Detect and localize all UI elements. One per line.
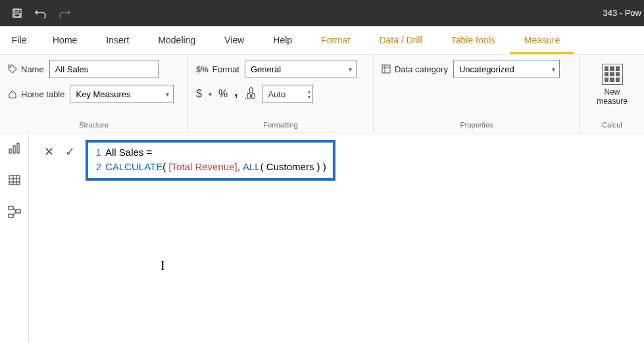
chevron-down-icon: ▾: [552, 66, 555, 73]
ribbon-group-properties: Data category Uncategorized ▾ Properties: [374, 55, 580, 133]
tab-home[interactable]: Home: [38, 26, 91, 54]
name-label-text: Name: [21, 64, 44, 74]
new-measure-button[interactable]: New measure: [591, 60, 633, 106]
ribbon-content: Name Home table Key Measures ▾ Structure: [0, 55, 644, 133]
tab-table-tools[interactable]: Table tools: [437, 26, 510, 54]
save-icon[interactable]: [5, 1, 29, 25]
dax-column: [Total Revenue]: [168, 160, 237, 174]
home-table-dropdown[interactable]: Key Measures ▾: [70, 85, 174, 103]
svg-rect-4: [382, 65, 390, 73]
tab-file[interactable]: File: [0, 26, 38, 54]
args: ( Customers ): [260, 160, 323, 174]
formula-editor[interactable]: 1 All Sales = 2 CALCULATE( [Total Revenu…: [86, 140, 335, 181]
formula-line-1: 1 All Sales =: [92, 145, 326, 160]
line-number: 1: [92, 145, 101, 160]
formatting-group-label: Formatting: [196, 118, 365, 133]
svg-rect-8: [13, 146, 15, 153]
data-view-icon[interactable]: [8, 174, 21, 189]
svg-rect-16: [16, 210, 20, 213]
formula-line-2: 2 CALCULATE( [Total Revenue], ALL( Custo…: [92, 160, 326, 174]
qat: [5, 1, 76, 25]
formula-actions: ✕ ✓: [39, 140, 79, 161]
home-table-label-text: Home table: [21, 89, 64, 99]
home-table-label: Home table: [8, 89, 64, 99]
main-area: Sh ✕ ✓ 1 All Sales = 2 CALCULATE( [Total…: [0, 133, 644, 343]
data-category-label: Data category: [382, 64, 448, 74]
tab-help[interactable]: Help: [259, 26, 307, 54]
line-number: 2: [92, 160, 101, 174]
calculations-group-label: Calcul: [588, 118, 636, 133]
svg-point-3: [10, 66, 11, 68]
ribbon-tabs: File Home Insert Modeling View Help Form…: [0, 26, 644, 55]
formula-text: All Sales =: [105, 145, 152, 160]
titlebar: 343 - Pow: [0, 0, 644, 26]
decimals-spinner[interactable]: Auto ▲▼: [262, 85, 313, 103]
spinner-buttons[interactable]: ▲▼: [307, 89, 311, 99]
home-table-value: Key Measures: [76, 89, 130, 99]
tab-view[interactable]: View: [210, 26, 259, 54]
format-label: $% Format: [196, 64, 239, 74]
format-dropdown[interactable]: General ▾: [245, 60, 357, 78]
tab-insert[interactable]: Insert: [91, 26, 143, 54]
new-measure-line2: measure: [597, 97, 628, 106]
svg-rect-1: [14, 9, 18, 12]
cancel-formula-button[interactable]: ✕: [39, 143, 58, 161]
format-label-text: Format: [212, 64, 239, 74]
svg-line-19: [13, 212, 16, 216]
svg-rect-15: [9, 206, 13, 210]
name-label: Name: [8, 64, 44, 74]
data-category-label-text: Data category: [395, 64, 448, 74]
percent-button[interactable]: %: [218, 88, 228, 100]
tag-icon: [8, 64, 17, 74]
paren: ): [323, 160, 326, 174]
currency-button[interactable]: $: [196, 88, 202, 100]
svg-rect-7: [9, 149, 11, 153]
data-category-value: Uncategorized: [459, 64, 514, 74]
thousands-button[interactable]: ,: [234, 84, 238, 99]
dax-function: CALCULATE: [105, 160, 162, 174]
report-canvas[interactable]: Sh ✕ ✓ 1 All Sales = 2 CALCULATE( [Total…: [29, 133, 644, 343]
ribbon-group-calculations: New measure Calcul: [580, 55, 644, 133]
undo-icon[interactable]: [29, 1, 53, 25]
structure-group-label: Structure: [8, 118, 180, 133]
comma: ,: [237, 160, 243, 174]
report-view-icon[interactable]: [8, 143, 21, 157]
decimals-value: Auto: [268, 89, 285, 99]
ribbon-group-structure: Name Home table Key Measures ▾ Structure: [0, 55, 188, 133]
format-icon: $%: [196, 64, 209, 74]
tab-format[interactable]: Format: [307, 26, 364, 54]
tab-modeling[interactable]: Modeling: [143, 26, 210, 54]
category-icon: [382, 64, 391, 74]
tab-data-drill[interactable]: Data / Drill: [364, 26, 436, 54]
chevron-down-icon: ▾: [349, 66, 352, 73]
text-cursor-icon: I: [161, 258, 165, 273]
format-value: General: [251, 64, 281, 74]
commit-formula-button[interactable]: ✓: [61, 143, 79, 161]
svg-rect-10: [9, 175, 20, 185]
ribbon-group-formatting: $% Format General ▾ $ ▾ % , .0.00 Auto ▲…: [188, 55, 374, 133]
tab-measure-tools[interactable]: Measure: [510, 26, 574, 54]
formula-bar: ✕ ✓ 1 All Sales = 2 CALCULATE( [Total Re…: [29, 133, 644, 181]
svg-rect-17: [9, 214, 13, 217]
new-measure-line1: New: [597, 87, 628, 97]
model-view-icon[interactable]: [8, 206, 21, 221]
redo-icon: [53, 1, 76, 25]
name-input[interactable]: [49, 60, 159, 78]
data-category-dropdown[interactable]: Uncategorized ▾: [453, 60, 560, 78]
view-rail: [0, 133, 29, 343]
home-icon: [8, 89, 17, 99]
properties-group-label: Properties: [382, 118, 572, 133]
paren: (: [162, 160, 168, 174]
svg-rect-9: [17, 143, 19, 153]
window-title: 343 - Pow: [603, 0, 644, 26]
svg-rect-2: [14, 14, 20, 17]
chevron-down-icon: ▾: [166, 91, 169, 98]
new-measure-label: New measure: [597, 87, 628, 106]
calculator-icon: [602, 64, 623, 85]
chevron-down-icon[interactable]: ▾: [209, 91, 212, 98]
decimals-button[interactable]: .0.00: [245, 88, 256, 100]
dax-function: ALL: [243, 160, 260, 174]
